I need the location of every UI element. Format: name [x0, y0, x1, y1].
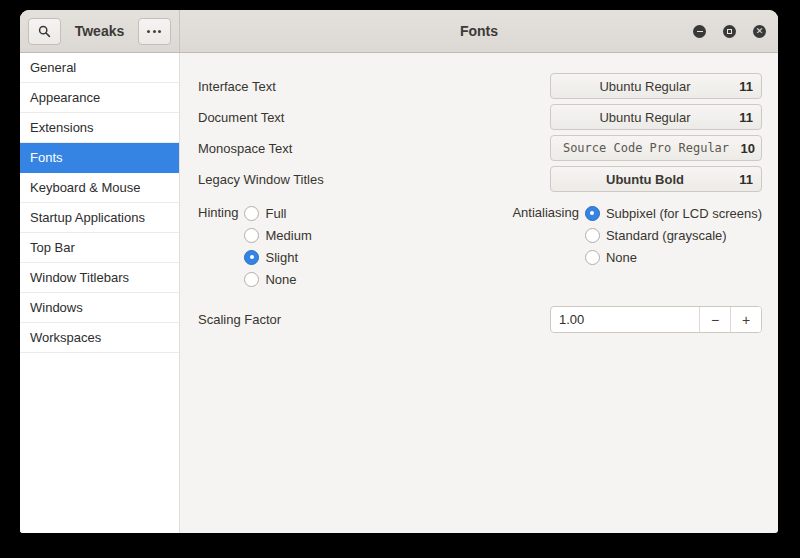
document-text-label: Document Text	[198, 110, 550, 125]
legacy-titles-font-button[interactable]: Ubuntu Bold 11	[550, 166, 762, 192]
hinting-option-full[interactable]: Full	[244, 202, 311, 224]
font-size: 11	[739, 74, 753, 98]
font-size: 11	[739, 167, 753, 191]
hinting-option-none[interactable]: None	[244, 268, 311, 290]
search-button[interactable]	[28, 18, 61, 45]
radio-icon[interactable]	[244, 206, 259, 221]
sidebar-item-keyboard-mouse[interactable]: Keyboard & Mouse	[20, 173, 179, 203]
interface-text-label: Interface Text	[198, 79, 550, 94]
radio-icon[interactable]	[585, 228, 600, 243]
radio-label: Full	[265, 206, 286, 221]
radio-icon[interactable]	[244, 250, 259, 265]
unmaximize-icon	[727, 29, 732, 34]
antialiasing-option-subpixel[interactable]: Subpixel (for LCD screens)	[585, 202, 762, 224]
scaling-factor-spinbutton: 1.00 − +	[550, 306, 762, 333]
close-button[interactable]: ✕	[753, 25, 766, 38]
radio-label: None	[606, 250, 637, 265]
radio-label: Medium	[265, 228, 311, 243]
minimize-icon	[697, 31, 703, 33]
radio-label: Subpixel (for LCD screens)	[606, 206, 762, 221]
font-name: Ubuntu Bold	[559, 167, 731, 191]
sidebar-item-workspaces[interactable]: Workspaces	[20, 323, 179, 353]
sidebar-item-top-bar[interactable]: Top Bar	[20, 233, 179, 263]
sidebar: General Appearance Extensions Fonts Keyb…	[20, 53, 180, 533]
menu-button[interactable]	[138, 18, 171, 45]
font-size: 11	[739, 105, 753, 129]
decrement-button[interactable]: −	[699, 307, 730, 332]
font-size: 10	[741, 136, 755, 160]
hinting-option-slight[interactable]: Slight	[244, 246, 311, 268]
antialiasing-option-standard[interactable]: Standard (grayscale)	[585, 224, 762, 246]
window-body: General Appearance Extensions Fonts Keyb…	[20, 53, 778, 533]
minimize-button[interactable]	[693, 25, 706, 38]
increment-button[interactable]: +	[730, 307, 761, 332]
sidebar-item-window-titlebars[interactable]: Window Titlebars	[20, 263, 179, 293]
font-name: Source Code Pro Regular	[555, 136, 737, 160]
sidebar-item-extensions[interactable]: Extensions	[20, 113, 179, 143]
radio-label: Slight	[265, 250, 298, 265]
radio-label: Standard (grayscale)	[606, 228, 727, 243]
interface-font-button[interactable]: Ubuntu Regular 11	[550, 73, 762, 99]
unmaximize-button[interactable]	[723, 25, 736, 38]
radio-icon[interactable]	[585, 250, 600, 265]
radio-icon[interactable]	[244, 228, 259, 243]
legacy-window-titles-row: Legacy Window Titles Ubuntu Bold 11	[198, 166, 762, 192]
tweaks-window: Tweaks Fonts ✕ General Appearance Extens…	[20, 10, 778, 533]
monospace-text-label: Monospace Text	[198, 141, 550, 156]
font-name: Ubuntu Regular	[559, 105, 731, 129]
sidebar-item-fonts[interactable]: Fonts	[20, 143, 179, 173]
scaling-factor-label: Scaling Factor	[198, 312, 550, 327]
page-title: Fonts	[180, 23, 778, 39]
radio-icon[interactable]	[585, 206, 600, 221]
window-controls: ✕	[693, 10, 766, 52]
sidebar-item-windows[interactable]: Windows	[20, 293, 179, 323]
scaling-factor-row: Scaling Factor 1.00 − +	[198, 306, 762, 333]
headerbar: Tweaks Fonts ✕	[20, 10, 778, 53]
interface-text-row: Interface Text Ubuntu Regular 11	[198, 73, 762, 99]
scaling-factor-value[interactable]: 1.00	[551, 307, 699, 332]
font-name: Ubuntu Regular	[559, 74, 731, 98]
headerbar-right: Fonts ✕	[180, 10, 778, 52]
fonts-page: Interface Text Ubuntu Regular 11 Documen…	[180, 53, 778, 533]
sidebar-item-appearance[interactable]: Appearance	[20, 83, 179, 113]
monospace-font-button[interactable]: Source Code Pro Regular 10	[550, 135, 762, 161]
radio-label: None	[265, 272, 296, 287]
radio-icon[interactable]	[244, 272, 259, 287]
hinting-options: Full Medium Slight None	[244, 202, 311, 290]
antialiasing-label: Antialiasing	[512, 205, 579, 290]
hinting-label: Hinting	[198, 205, 238, 290]
document-text-row: Document Text Ubuntu Regular 11	[198, 104, 762, 130]
close-icon: ✕	[753, 25, 766, 38]
antialiasing-options: Subpixel (for LCD screens) Standard (gra…	[585, 202, 762, 290]
app-title: Tweaks	[75, 23, 125, 39]
ellipsis-menu-icon	[147, 30, 161, 33]
sidebar-item-startup-applications[interactable]: Startup Applications	[20, 203, 179, 233]
search-icon	[38, 25, 51, 38]
headerbar-left: Tweaks	[20, 10, 180, 52]
document-font-button[interactable]: Ubuntu Regular 11	[550, 104, 762, 130]
legacy-window-titles-label: Legacy Window Titles	[198, 172, 550, 187]
antialiasing-option-none[interactable]: None	[585, 246, 762, 268]
monospace-text-row: Monospace Text Source Code Pro Regular 1…	[198, 135, 762, 161]
hinting-antialiasing-section: Hinting Full Medium Slight	[198, 202, 762, 290]
hinting-option-medium[interactable]: Medium	[244, 224, 311, 246]
sidebar-item-general[interactable]: General	[20, 53, 179, 83]
